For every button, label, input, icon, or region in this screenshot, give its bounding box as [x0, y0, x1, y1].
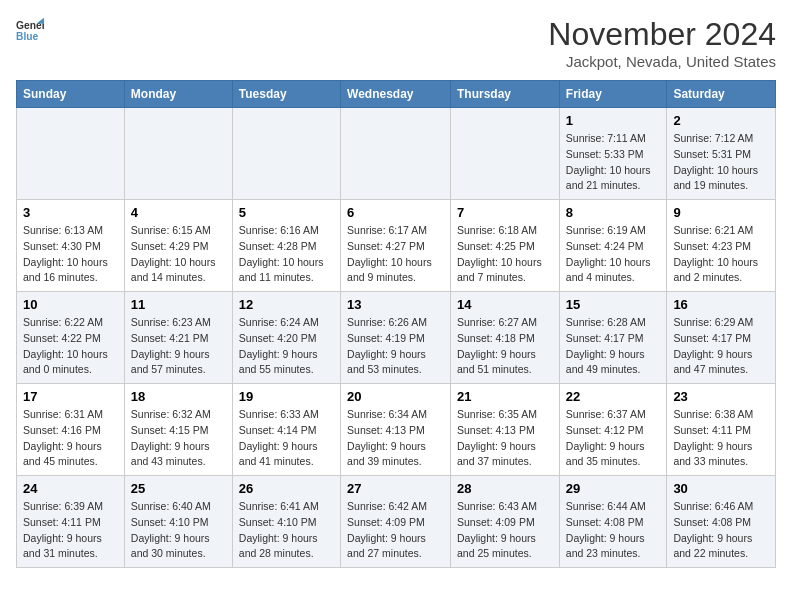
table-row: 16Sunrise: 6:29 AMSunset: 4:17 PMDayligh… [667, 292, 776, 384]
day-info: Sunrise: 6:26 AMSunset: 4:19 PMDaylight:… [347, 315, 444, 378]
day-number: 8 [566, 205, 661, 220]
table-row: 26Sunrise: 6:41 AMSunset: 4:10 PMDayligh… [232, 476, 340, 568]
day-number: 29 [566, 481, 661, 496]
day-info: Sunrise: 6:32 AMSunset: 4:15 PMDaylight:… [131, 407, 226, 470]
day-info: Sunrise: 6:13 AMSunset: 4:30 PMDaylight:… [23, 223, 118, 286]
day-number: 26 [239, 481, 334, 496]
day-number: 30 [673, 481, 769, 496]
table-row: 6Sunrise: 6:17 AMSunset: 4:27 PMDaylight… [341, 200, 451, 292]
week-row-1: 1Sunrise: 7:11 AMSunset: 5:33 PMDaylight… [17, 108, 776, 200]
day-info: Sunrise: 6:24 AMSunset: 4:20 PMDaylight:… [239, 315, 334, 378]
day-info: Sunrise: 6:41 AMSunset: 4:10 PMDaylight:… [239, 499, 334, 562]
table-row: 4Sunrise: 6:15 AMSunset: 4:29 PMDaylight… [124, 200, 232, 292]
logo: General Blue [16, 16, 44, 44]
table-row: 15Sunrise: 6:28 AMSunset: 4:17 PMDayligh… [559, 292, 667, 384]
day-number: 1 [566, 113, 661, 128]
day-info: Sunrise: 6:29 AMSunset: 4:17 PMDaylight:… [673, 315, 769, 378]
table-row [451, 108, 560, 200]
table-row [341, 108, 451, 200]
table-row: 30Sunrise: 6:46 AMSunset: 4:08 PMDayligh… [667, 476, 776, 568]
day-info: Sunrise: 6:27 AMSunset: 4:18 PMDaylight:… [457, 315, 553, 378]
col-monday: Monday [124, 81, 232, 108]
day-number: 15 [566, 297, 661, 312]
calendar-table: Sunday Monday Tuesday Wednesday Thursday… [16, 80, 776, 568]
day-number: 6 [347, 205, 444, 220]
week-row-5: 24Sunrise: 6:39 AMSunset: 4:11 PMDayligh… [17, 476, 776, 568]
table-row: 28Sunrise: 6:43 AMSunset: 4:09 PMDayligh… [451, 476, 560, 568]
day-info: Sunrise: 6:35 AMSunset: 4:13 PMDaylight:… [457, 407, 553, 470]
day-info: Sunrise: 6:17 AMSunset: 4:27 PMDaylight:… [347, 223, 444, 286]
table-row: 29Sunrise: 6:44 AMSunset: 4:08 PMDayligh… [559, 476, 667, 568]
table-row: 1Sunrise: 7:11 AMSunset: 5:33 PMDaylight… [559, 108, 667, 200]
day-number: 24 [23, 481, 118, 496]
day-number: 7 [457, 205, 553, 220]
table-row: 5Sunrise: 6:16 AMSunset: 4:28 PMDaylight… [232, 200, 340, 292]
table-row: 24Sunrise: 6:39 AMSunset: 4:11 PMDayligh… [17, 476, 125, 568]
table-row: 25Sunrise: 6:40 AMSunset: 4:10 PMDayligh… [124, 476, 232, 568]
day-number: 11 [131, 297, 226, 312]
col-friday: Friday [559, 81, 667, 108]
table-row: 7Sunrise: 6:18 AMSunset: 4:25 PMDaylight… [451, 200, 560, 292]
day-number: 22 [566, 389, 661, 404]
day-number: 25 [131, 481, 226, 496]
day-info: Sunrise: 6:39 AMSunset: 4:11 PMDaylight:… [23, 499, 118, 562]
day-info: Sunrise: 6:44 AMSunset: 4:08 PMDaylight:… [566, 499, 661, 562]
day-number: 9 [673, 205, 769, 220]
day-info: Sunrise: 6:43 AMSunset: 4:09 PMDaylight:… [457, 499, 553, 562]
table-row: 13Sunrise: 6:26 AMSunset: 4:19 PMDayligh… [341, 292, 451, 384]
day-number: 14 [457, 297, 553, 312]
week-row-3: 10Sunrise: 6:22 AMSunset: 4:22 PMDayligh… [17, 292, 776, 384]
day-info: Sunrise: 7:12 AMSunset: 5:31 PMDaylight:… [673, 131, 769, 194]
table-row: 18Sunrise: 6:32 AMSunset: 4:15 PMDayligh… [124, 384, 232, 476]
table-row: 27Sunrise: 6:42 AMSunset: 4:09 PMDayligh… [341, 476, 451, 568]
day-number: 5 [239, 205, 334, 220]
day-number: 28 [457, 481, 553, 496]
day-number: 23 [673, 389, 769, 404]
header-row: Sunday Monday Tuesday Wednesday Thursday… [17, 81, 776, 108]
logo-icon: General Blue [16, 16, 44, 44]
table-row: 10Sunrise: 6:22 AMSunset: 4:22 PMDayligh… [17, 292, 125, 384]
table-row: 20Sunrise: 6:34 AMSunset: 4:13 PMDayligh… [341, 384, 451, 476]
day-number: 3 [23, 205, 118, 220]
col-saturday: Saturday [667, 81, 776, 108]
day-info: Sunrise: 6:42 AMSunset: 4:09 PMDaylight:… [347, 499, 444, 562]
table-row [124, 108, 232, 200]
day-info: Sunrise: 6:19 AMSunset: 4:24 PMDaylight:… [566, 223, 661, 286]
day-info: Sunrise: 6:15 AMSunset: 4:29 PMDaylight:… [131, 223, 226, 286]
day-info: Sunrise: 6:40 AMSunset: 4:10 PMDaylight:… [131, 499, 226, 562]
month-title: November 2024 [548, 16, 776, 53]
svg-text:Blue: Blue [16, 31, 39, 42]
col-sunday: Sunday [17, 81, 125, 108]
table-row: 23Sunrise: 6:38 AMSunset: 4:11 PMDayligh… [667, 384, 776, 476]
day-info: Sunrise: 6:28 AMSunset: 4:17 PMDaylight:… [566, 315, 661, 378]
day-info: Sunrise: 6:18 AMSunset: 4:25 PMDaylight:… [457, 223, 553, 286]
day-info: Sunrise: 7:11 AMSunset: 5:33 PMDaylight:… [566, 131, 661, 194]
title-block: November 2024 Jackpot, Nevada, United St… [548, 16, 776, 70]
table-row: 8Sunrise: 6:19 AMSunset: 4:24 PMDaylight… [559, 200, 667, 292]
table-row: 12Sunrise: 6:24 AMSunset: 4:20 PMDayligh… [232, 292, 340, 384]
day-info: Sunrise: 6:34 AMSunset: 4:13 PMDaylight:… [347, 407, 444, 470]
table-row: 11Sunrise: 6:23 AMSunset: 4:21 PMDayligh… [124, 292, 232, 384]
col-thursday: Thursday [451, 81, 560, 108]
day-number: 19 [239, 389, 334, 404]
day-info: Sunrise: 6:16 AMSunset: 4:28 PMDaylight:… [239, 223, 334, 286]
table-row: 14Sunrise: 6:27 AMSunset: 4:18 PMDayligh… [451, 292, 560, 384]
table-row: 2Sunrise: 7:12 AMSunset: 5:31 PMDaylight… [667, 108, 776, 200]
table-row: 19Sunrise: 6:33 AMSunset: 4:14 PMDayligh… [232, 384, 340, 476]
day-number: 21 [457, 389, 553, 404]
day-number: 10 [23, 297, 118, 312]
table-row: 3Sunrise: 6:13 AMSunset: 4:30 PMDaylight… [17, 200, 125, 292]
col-wednesday: Wednesday [341, 81, 451, 108]
day-number: 16 [673, 297, 769, 312]
day-info: Sunrise: 6:23 AMSunset: 4:21 PMDaylight:… [131, 315, 226, 378]
day-info: Sunrise: 6:31 AMSunset: 4:16 PMDaylight:… [23, 407, 118, 470]
day-number: 2 [673, 113, 769, 128]
table-row [17, 108, 125, 200]
day-number: 12 [239, 297, 334, 312]
day-number: 20 [347, 389, 444, 404]
day-info: Sunrise: 6:22 AMSunset: 4:22 PMDaylight:… [23, 315, 118, 378]
day-info: Sunrise: 6:38 AMSunset: 4:11 PMDaylight:… [673, 407, 769, 470]
day-info: Sunrise: 6:21 AMSunset: 4:23 PMDaylight:… [673, 223, 769, 286]
day-number: 18 [131, 389, 226, 404]
day-number: 13 [347, 297, 444, 312]
